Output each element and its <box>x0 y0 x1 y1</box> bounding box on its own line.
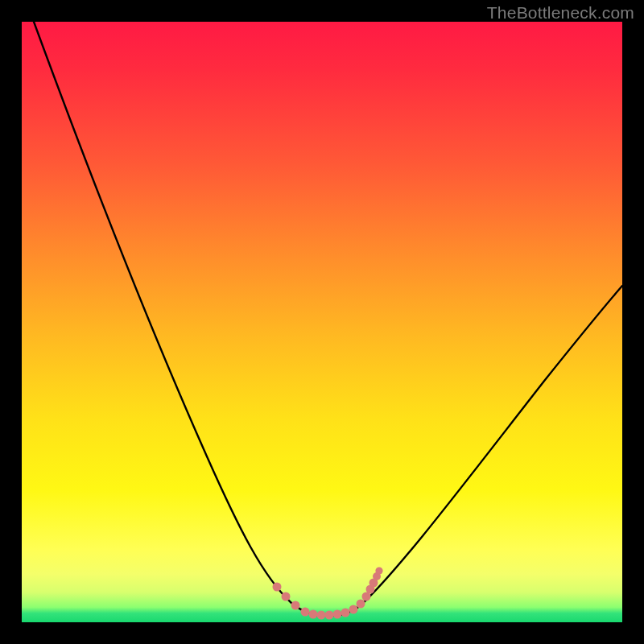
bottleneck-curve-svg <box>22 22 622 622</box>
watermark-text: TheBottleneck.com <box>487 3 634 23</box>
svg-point-3 <box>301 608 310 617</box>
svg-point-8 <box>341 609 350 617</box>
svg-point-2 <box>291 601 300 610</box>
bottom-markers <box>273 567 383 619</box>
svg-point-4 <box>309 610 318 619</box>
svg-point-6 <box>325 611 334 620</box>
svg-point-0 <box>273 583 282 592</box>
bottleneck-curve <box>34 22 622 616</box>
svg-point-7 <box>333 610 342 619</box>
svg-point-15 <box>375 567 382 574</box>
chart-frame: TheBottleneck.com <box>0 0 644 644</box>
plot-area <box>22 22 622 622</box>
svg-point-9 <box>349 605 358 614</box>
svg-point-10 <box>357 600 365 609</box>
svg-point-5 <box>317 611 326 620</box>
svg-point-1 <box>282 592 291 601</box>
